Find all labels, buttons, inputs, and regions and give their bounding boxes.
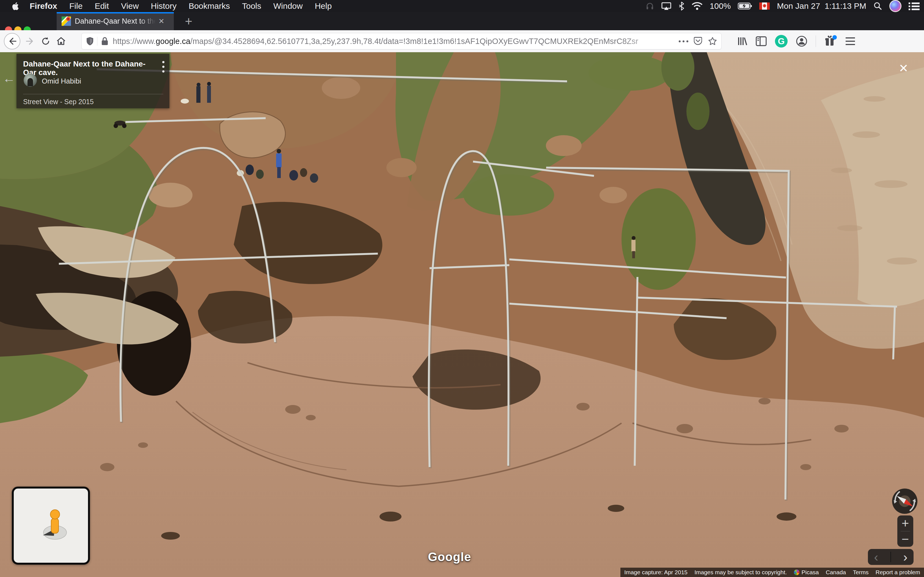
- zoom-in-button[interactable]: +: [897, 516, 913, 531]
- menu-status-area: 100% Mon Jan 27 1:11:13 PM: [645, 0, 924, 12]
- account-icon[interactable]: [796, 35, 808, 47]
- apple-menu-icon[interactable]: [11, 2, 19, 11]
- back-button[interactable]: [4, 33, 20, 50]
- back-arrow-icon[interactable]: ←: [3, 72, 15, 85]
- menu-clock[interactable]: Mon Jan 27 1:11:13 PM: [777, 2, 866, 11]
- wifi-icon[interactable]: [691, 2, 703, 10]
- tracking-protection-shield-icon[interactable]: [86, 37, 94, 46]
- menu-bookmarks[interactable]: Bookmarks: [189, 2, 230, 11]
- library-icon[interactable]: [737, 36, 748, 47]
- google-watermark: Google: [428, 550, 471, 564]
- menu-firefox[interactable]: Firefox: [30, 2, 57, 11]
- active-tab[interactable]: Dahane-Qaar Next to the Dahan ✕: [57, 12, 174, 30]
- macos-menu-bar: Firefox File Edit View History Bookmarks…: [0, 0, 924, 12]
- panel-divider: [23, 94, 163, 94]
- google-maps-favicon: [61, 16, 71, 26]
- home-button[interactable]: [53, 34, 69, 49]
- country-label: Canada: [826, 569, 846, 575]
- street-view-date-label: Street View - Sep 2015: [23, 98, 94, 106]
- image-capture-label: Image capture: Apr 2015: [624, 569, 688, 575]
- zoom-out-button[interactable]: −: [897, 531, 913, 547]
- menu-items: Firefox File Edit View History Bookmarks…: [30, 2, 332, 11]
- previous-pano-button[interactable]: ‹: [874, 551, 878, 563]
- zoom-control: + −: [897, 516, 913, 547]
- terms-link[interactable]: Terms: [853, 569, 869, 575]
- picasa-icon: [794, 569, 800, 575]
- canada-flag-icon[interactable]: [759, 2, 770, 10]
- bluetooth-icon[interactable]: [678, 2, 685, 11]
- close-street-view-icon[interactable]: ✕: [899, 63, 908, 74]
- pano-navigation: ‹ ›: [868, 549, 914, 565]
- mini-map[interactable]: [12, 487, 90, 565]
- menu-tools[interactable]: Tools: [242, 2, 261, 11]
- airplay-display-icon[interactable]: [661, 2, 671, 10]
- panel-title: Dahane-Qaar Next to the Dahane-Qar cave.: [23, 60, 152, 77]
- pocket-icon[interactable]: [694, 37, 702, 46]
- tab-close-icon[interactable]: ✕: [158, 17, 165, 26]
- notification-center-icon[interactable]: [909, 2, 919, 10]
- author-name[interactable]: Omid Habibi: [42, 77, 81, 85]
- next-pano-button[interactable]: ›: [903, 551, 907, 563]
- toolbar-icons: G: [737, 35, 856, 48]
- siri-icon[interactable]: [889, 0, 901, 12]
- battery-percent: 100%: [710, 2, 731, 11]
- bookmark-star-icon[interactable]: [708, 37, 717, 46]
- picasa-link[interactable]: Picasa: [794, 569, 819, 575]
- menu-help[interactable]: Help: [315, 2, 332, 11]
- forward-button[interactable]: [23, 34, 38, 49]
- page-actions-icon[interactable]: [679, 40, 688, 42]
- street-view-viewport: Dahane-Qaar Next to the Dahane-Qar cave.…: [0, 52, 924, 577]
- copyright-label: Images may be subject to copyright.: [695, 569, 787, 575]
- menu-file[interactable]: File: [69, 2, 82, 11]
- url-bar[interactable]: https://www.google.ca/maps/@34.4528694,6…: [81, 33, 722, 50]
- menu-window[interactable]: Window: [273, 2, 303, 11]
- urlbar-separator: [97, 37, 97, 46]
- grammarly-icon[interactable]: G: [775, 35, 788, 48]
- navigation-toolbar: https://www.google.ca/maps/@34.4528694,6…: [0, 30, 924, 53]
- battery-charging-icon[interactable]: [738, 2, 752, 10]
- menu-edit[interactable]: Edit: [95, 2, 109, 11]
- pegman-icon[interactable]: [43, 510, 66, 539]
- headphones-icon[interactable]: [645, 2, 654, 10]
- spotlight-search-icon[interactable]: [873, 2, 882, 10]
- whats-new-gift-icon[interactable]: [824, 35, 837, 47]
- pano-nav-divider: [890, 552, 891, 562]
- toolbar-separator: [816, 35, 816, 47]
- street-view-photo[interactable]: [0, 52, 924, 577]
- menu-view[interactable]: View: [121, 2, 139, 11]
- attribution-bar: Image capture: Apr 2015 Images may be su…: [620, 568, 924, 577]
- menu-history[interactable]: History: [151, 2, 176, 11]
- street-view-info-panel: Dahane-Qaar Next to the Dahane-Qar cave.…: [16, 54, 170, 108]
- lock-icon[interactable]: [101, 37, 108, 46]
- report-problem-link[interactable]: Report a problem: [876, 569, 920, 575]
- sidebar-toggle-icon[interactable]: [756, 36, 767, 46]
- author-avatar[interactable]: [24, 74, 37, 87]
- more-options-icon[interactable]: [162, 61, 165, 73]
- new-tab-button[interactable]: +: [180, 12, 197, 30]
- tab-title: Dahane-Qaar Next to the Dahan: [75, 17, 157, 26]
- compass-control[interactable]: [892, 488, 918, 514]
- hamburger-menu-icon[interactable]: [845, 37, 856, 46]
- reload-button[interactable]: [38, 34, 53, 49]
- url-text: https://www.google.ca/maps/@34.4528694,6…: [113, 37, 677, 46]
- firefox-titlebar: Dahane-Qaar Next to the Dahan ✕ +: [0, 12, 924, 30]
